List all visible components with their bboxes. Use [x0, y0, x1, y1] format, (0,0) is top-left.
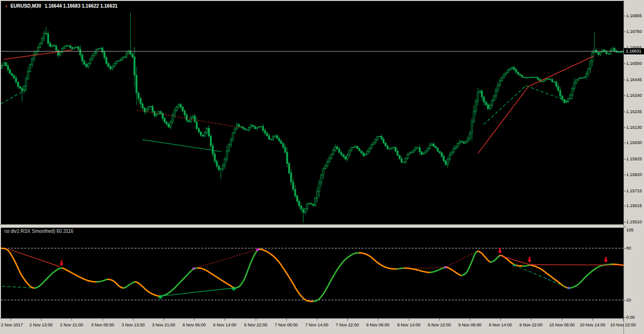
candle-body: [389, 149, 390, 149]
candle-body: [583, 77, 585, 78]
time-axis-label: 6 Nov 22:00: [240, 323, 271, 327]
rsi-axis-label: 105: [626, 228, 634, 232]
candle-body: [497, 85, 499, 90]
time-axis-label: 7 Nov 22:00: [332, 323, 363, 327]
candle-body: [53, 45, 55, 46]
candle-body: [518, 72, 519, 74]
candle-body: [286, 152, 288, 163]
candle-body: [276, 136, 278, 138]
axis-tick: [347, 319, 348, 321]
candle-body: [578, 78, 579, 80]
price-axis-label: 1.15615: [626, 203, 642, 208]
axis-tick: [103, 319, 103, 321]
panel-separator-handle[interactable]: [0, 224, 644, 228]
candle-body: [481, 91, 483, 97]
sell-arrow-icon: [528, 257, 532, 263]
axis-tick: [624, 80, 626, 80]
axis-tick: [624, 16, 626, 16]
candle-body: [126, 54, 127, 57]
time-axis-label: 3 Nov 21:00: [148, 323, 179, 327]
candle-body: [289, 164, 290, 173]
rsi-line-segment: [260, 249, 314, 302]
time-axis-label: 7 Nov 14:00: [301, 323, 332, 327]
candle-body: [523, 77, 525, 78]
axis-tick: [624, 63, 626, 64]
candle-body: [447, 159, 448, 165]
candle-body: [31, 59, 33, 64]
candle-body: [166, 122, 167, 124]
candle-body: [551, 80, 553, 82]
rsi-chart-canvas[interactable]: [1, 227, 623, 318]
candle-body: [156, 114, 157, 116]
candle-body: [545, 79, 547, 80]
candle-body: [212, 146, 214, 154]
time-axis-label: 9 Nov 06:00: [454, 323, 486, 327]
candle-body: [246, 130, 248, 130]
time-axis-label: 8 Nov 14:00: [393, 323, 425, 327]
candle-body: [47, 34, 49, 43]
price-axis-label: 1.16550: [626, 61, 642, 66]
rsi-divergence-line: [500, 256, 530, 265]
candle-body: [83, 61, 85, 64]
candle-body: [178, 104, 179, 107]
candle-body: [455, 146, 457, 149]
candle-body: [269, 136, 270, 139]
candle-body: [451, 152, 453, 155]
candle-body: [309, 203, 310, 204]
candle-body: [7, 66, 9, 70]
axis-tick: [562, 319, 562, 321]
axis-tick: [133, 319, 134, 321]
price-axis-label: 1.15820: [626, 172, 642, 177]
candle-body: [186, 115, 187, 121]
candle-body: [361, 151, 362, 153]
price-axis-label: 1.15510: [626, 219, 642, 224]
candle-body: [618, 52, 619, 52]
rsi-axis-label: 0.00: [626, 315, 635, 320]
rsi-indicator-panel[interactable]: rsi div1:RSX Smoothed) 60.3116: [1, 227, 623, 318]
candle-body: [331, 155, 332, 158]
candle-body: [224, 159, 226, 165]
axis-tick: [624, 112, 626, 112]
candle-body: [528, 78, 529, 78]
axis-tick: [624, 159, 626, 159]
candle-body: [37, 48, 39, 52]
candle-body: [387, 146, 388, 149]
rsi-axis-label: 20: [626, 298, 631, 303]
time-axis-scale[interactable]: 2 Nov 20172 Nov 13:002 Nov 21:003 Nov 05…: [0, 318, 623, 334]
candle-body: [5, 63, 7, 66]
candle-body: [312, 204, 314, 206]
candle-body: [176, 107, 177, 111]
axis-tick: [409, 319, 409, 321]
candle-body: [347, 155, 348, 159]
candle-body: [262, 126, 264, 131]
candle-body: [85, 64, 87, 67]
candle-body: [469, 133, 471, 138]
time-axis-label: 10 Nov 14:00: [577, 323, 608, 327]
rsi-line-segment: [97, 279, 108, 282]
price-chart-canvas[interactable]: [1, 1, 623, 224]
candle-body: [188, 120, 189, 122]
rsi-line-segment: [160, 268, 198, 296]
price-axis-label: 1.15715: [626, 188, 642, 193]
price-chart-panel[interactable]: ▼EURUSD,M301.16644 1.16683 1.16622 1.166…: [1, 1, 623, 224]
axis-tick: [624, 206, 626, 206]
candle-body: [515, 69, 517, 72]
candle-body: [244, 128, 246, 129]
candle-body: [75, 47, 77, 47]
candle-body: [58, 50, 59, 55]
candle-body: [174, 110, 176, 115]
candle-body: [168, 124, 169, 127]
candle-body: [256, 127, 258, 128]
candle-body: [483, 97, 485, 102]
candle-body: [88, 63, 89, 67]
price-axis-scale[interactable]: 1.16631 1.168651.167601.166551.165501.16…: [623, 0, 644, 334]
rsi-line-segment: [523, 265, 530, 266]
candle-body: [343, 155, 344, 157]
candle-body: [190, 118, 191, 122]
rsi-axis-label: 80: [626, 246, 631, 250]
rsi-signal-markers: [60, 248, 608, 299]
candle-body: [220, 169, 222, 169]
candle-body: [307, 204, 308, 209]
rsi-trend-lines: [2, 249, 623, 296]
candle-body: [98, 49, 99, 49]
